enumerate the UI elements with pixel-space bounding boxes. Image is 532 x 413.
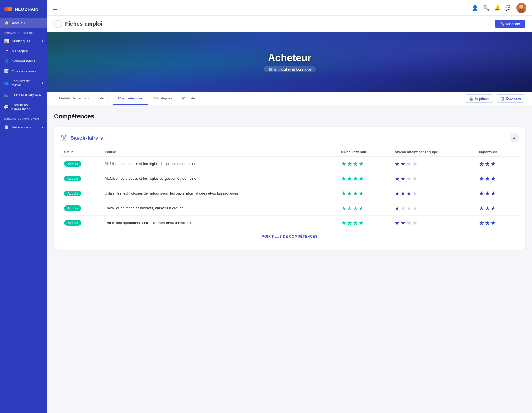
home-icon: 🏠 — [4, 21, 9, 25]
svg-point-3 — [519, 5, 523, 9]
savoir-faire-title: Savoir-faire — [70, 135, 98, 141]
sidebar-item-accueil[interactable]: 🏠 Accueil — [0, 18, 47, 28]
star-filled: ★ — [479, 190, 484, 197]
star-filled: ★ — [395, 220, 400, 226]
star-filled: ★ — [359, 190, 364, 197]
sidebar-item-label: Accueil — [12, 21, 25, 25]
cell-importance: ★★★ — [476, 201, 519, 216]
main-area: ☰ 👤 🔍 🔔 💬 ‹ Fiches emploi ✏️ — [47, 0, 532, 413]
sidebar-nav: 🏠 Accueil ESPACE PILOTAGE 📊 Statistiques… — [0, 18, 47, 413]
content-area: ‹ Fiches emploi ✏️ Modifier Acheteur 🏢 I… — [47, 16, 532, 413]
skill-text: Utiliser les technologies de l'informati… — [105, 191, 238, 195]
sidebar-item-label: Collaborateurs — [12, 59, 35, 63]
list-icon: 📋 — [4, 125, 9, 129]
print-button[interactable]: 🖨️ Imprimer — [465, 94, 493, 103]
star-empty: ★ — [406, 175, 411, 182]
cell-importance: ★★★ — [476, 216, 519, 230]
see-more-link[interactable]: VOIR PLUS DE COMPÉTENCES — [61, 230, 519, 243]
team-icon: 👥 — [4, 81, 9, 85]
star-filled: ★ — [491, 175, 496, 182]
bell-icon[interactable]: 🔔 — [494, 5, 500, 11]
star-filled: ★ — [491, 161, 496, 167]
tab-details[interactable]: Détails de l'emploi — [54, 92, 94, 105]
badge-acquis: Acquis — [64, 176, 81, 181]
page-header: ‹ Fiches emploi ✏️ Modifier — [47, 16, 532, 32]
sidebar-item-label: Entretiens d'évaluation — [11, 103, 43, 111]
tab-profil[interactable]: Profil — [94, 92, 113, 105]
chevron-down-icon: ▾ — [42, 81, 43, 85]
star-filled: ★ — [401, 175, 406, 182]
savoir-faire-card: ✂️ Savoir-faire 9 ▲ Satut Intitulé Nivea… — [54, 127, 525, 250]
cell-intitule: Maîtriser les process et les règles de g… — [101, 157, 338, 171]
sidebar-item-label: Tests Marketplace — [12, 93, 41, 97]
collapse-button[interactable]: ▲ — [510, 133, 519, 142]
cell-niveau-equipe: ★★★★ — [391, 186, 476, 201]
menu-icon[interactable]: ☰ — [53, 4, 58, 11]
star-filled: ★ — [491, 220, 496, 226]
star-filled: ★ — [359, 175, 364, 182]
star-filled: ★ — [401, 220, 406, 226]
cell-intitule: Traiter des opérations administratives e… — [101, 216, 338, 230]
cell-intitule: Utiliser les technologies de l'informati… — [101, 186, 338, 201]
star-empty: ★ — [412, 175, 417, 182]
sidebar-item-familles-metier[interactable]: 👥 Familles de métier ▾ — [0, 76, 47, 90]
search-icon[interactable]: 🔍 — [483, 5, 489, 11]
tab-mobilite[interactable]: Mobilité — [177, 92, 200, 105]
copy-icon: 📋 — [500, 96, 504, 101]
hero-job-title: Acheteur — [268, 52, 311, 64]
user-profile-icon[interactable]: 👤 — [472, 5, 478, 11]
scissors-icon: ✂️ — [61, 135, 68, 141]
badge-acquis: Acquis — [64, 205, 81, 211]
back-button[interactable]: ‹ — [54, 20, 62, 28]
cell-niveau-attendu: ★★★★ — [338, 216, 391, 230]
message-icon[interactable]: 💬 — [505, 5, 511, 11]
sidebar-item-questionnaires[interactable]: 📝 Questionnaires — [0, 66, 47, 76]
sidebar-item-label: Statistiques — [12, 39, 30, 43]
avatar[interactable] — [516, 3, 526, 13]
cell-badge: Acquis — [61, 201, 101, 216]
table-row: Acquis Maîtriser les process et les règl… — [61, 171, 519, 186]
chevron-left-icon: ‹ — [57, 22, 58, 26]
logo[interactable]: NEOBRAIN — [0, 0, 47, 18]
modify-button[interactable]: ✏️ Modifier — [495, 20, 525, 28]
cell-niveau-equipe: ★★★★ — [391, 216, 476, 230]
savoir-faire-count: 9 — [100, 136, 103, 140]
cell-niveau-equipe: ★★★★ — [391, 171, 476, 186]
topbar: ☰ 👤 🔍 🔔 💬 — [47, 0, 532, 16]
cell-badge: Acquis — [61, 186, 101, 201]
sidebar-item-managers[interactable]: 🗂 Managers — [0, 46, 47, 56]
sidebar-item-referentiels[interactable]: 📋 Référentiels ▾ — [0, 122, 47, 132]
star-filled: ★ — [359, 205, 364, 212]
star-empty: ★ — [412, 220, 417, 226]
col-statut: Satut — [61, 148, 101, 157]
star-empty: ★ — [401, 205, 406, 212]
star-empty: ★ — [406, 220, 411, 226]
sidebar-item-collaborateurs[interactable]: 👤 Collaborateurs — [0, 56, 47, 66]
duplicate-button[interactable]: 📋 Dupliquer — [496, 94, 525, 103]
sidebar-item-tests-marketplace[interactable]: 🛒 Tests Marketplace — [0, 90, 47, 100]
tabs-list: Détails de l'emploi Profil Compétences S… — [54, 92, 465, 105]
tabs-actions: 🖨️ Imprimer 📋 Dupliquer — [465, 94, 525, 103]
table-row: Acquis Travailler en mode collaboratif, … — [61, 201, 519, 216]
star-filled: ★ — [353, 175, 358, 182]
star-filled: ★ — [485, 205, 490, 212]
modify-label: Modifier — [506, 22, 520, 26]
table-row: Acquis Traiter des opérations administra… — [61, 216, 519, 230]
sidebar-section-ressources: ESPACE RESSOURCES — [0, 114, 47, 122]
sidebar-item-entretiens[interactable]: 💬 Entretiens d'évaluation — [0, 100, 47, 114]
cell-badge: Acquis — [61, 171, 101, 186]
star-filled: ★ — [395, 175, 400, 182]
star-empty: ★ — [406, 161, 411, 167]
tab-competences[interactable]: Compétences — [113, 92, 148, 105]
star-filled: ★ — [395, 161, 400, 167]
tab-statistiques[interactable]: Statistiques — [148, 92, 177, 105]
cell-intitule: Travailler en mode collaboratif, animer … — [101, 201, 338, 216]
chat-icon: 💬 — [4, 105, 9, 109]
star-filled: ★ — [491, 205, 496, 212]
star-filled: ★ — [359, 220, 364, 226]
star-filled: ★ — [491, 190, 496, 197]
skill-text: Travailler en mode collaboratif, animer … — [105, 206, 184, 210]
chevron-down-icon: ▾ — [42, 125, 43, 129]
star-filled: ★ — [341, 190, 346, 197]
sidebar-item-statistiques[interactable]: 📊 Statistiques ▾ — [0, 36, 47, 46]
